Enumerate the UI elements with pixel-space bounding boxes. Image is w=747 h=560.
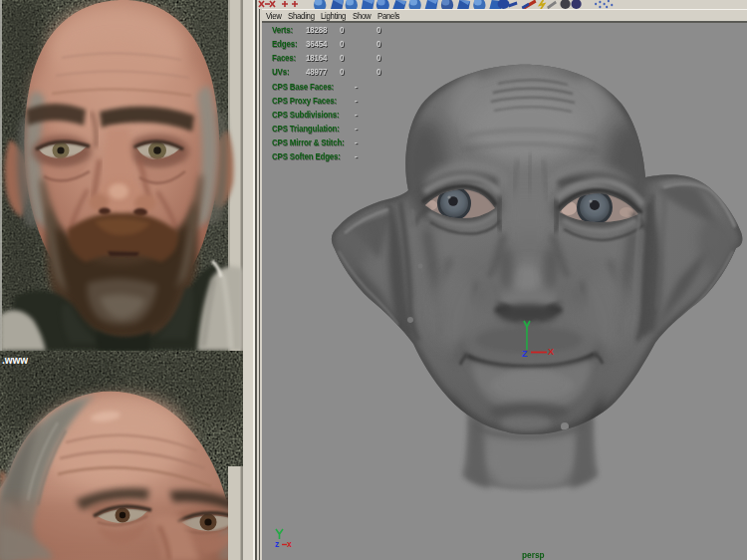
svg-text:x: x: [287, 539, 292, 549]
svg-text:Z: Z: [522, 349, 528, 359]
svg-text:X: X: [548, 347, 554, 357]
svg-text:z: z: [275, 539, 279, 549]
